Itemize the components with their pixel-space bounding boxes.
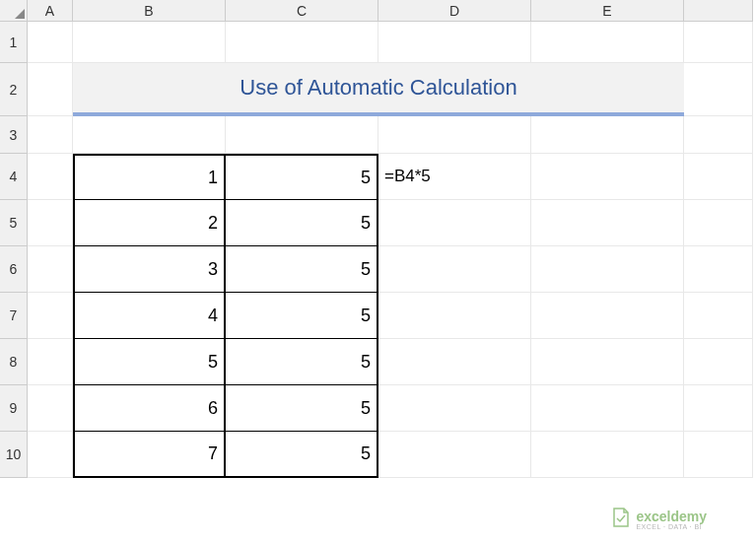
cell-e8[interactable] [531,339,684,385]
cell-d7[interactable] [378,293,531,339]
cell-d1[interactable] [378,22,531,63]
row-header-9[interactable]: 9 [0,385,28,432]
cell-a2[interactable] [28,63,73,116]
cell-c7[interactable]: 5 [226,293,378,339]
cell-e9[interactable] [531,385,684,432]
cell-e3[interactable] [531,116,684,154]
cell-e7[interactable] [531,293,684,339]
cell-b4[interactable]: 1 [73,154,226,200]
row-header-2[interactable]: 2 [0,63,28,116]
cell-e10[interactable] [531,432,684,478]
cell-e5[interactable] [531,200,684,246]
row-header-7[interactable]: 7 [0,293,28,339]
watermark-text: exceldemy EXCEL · DATA · BI [636,510,707,530]
cell-e1[interactable] [531,22,684,63]
cell-b7[interactable]: 4 [73,293,226,339]
cell-a6[interactable] [28,246,73,293]
cell-b3[interactable] [73,116,226,154]
cell-f3[interactable] [684,116,753,154]
select-all-corner[interactable] [0,0,28,22]
cell-e6[interactable] [531,246,684,293]
cell-a8[interactable] [28,339,73,385]
cell-f4[interactable] [684,154,753,200]
cell-b1[interactable] [73,22,226,63]
cell-f8[interactable] [684,339,753,385]
cell-c6[interactable]: 5 [226,246,378,293]
cell-d10[interactable] [378,432,531,478]
cell-f9[interactable] [684,385,753,432]
cell-f5[interactable] [684,200,753,246]
col-header-c[interactable]: C [226,0,378,22]
cell-a9[interactable] [28,385,73,432]
cell-a5[interactable] [28,200,73,246]
cell-b8[interactable]: 5 [73,339,226,385]
cell-e4[interactable] [531,154,684,200]
row-header-5[interactable]: 5 [0,200,28,246]
cell-f10[interactable] [684,432,753,478]
row-header-6[interactable]: 6 [0,246,28,293]
row-header-8[interactable]: 8 [0,339,28,385]
cell-f6[interactable] [684,246,753,293]
cell-f7[interactable] [684,293,753,339]
cell-b10[interactable]: 7 [73,432,226,478]
cell-b9[interactable]: 6 [73,385,226,432]
cell-a7[interactable] [28,293,73,339]
cell-d8[interactable] [378,339,531,385]
row-header-4[interactable]: 4 [0,154,28,200]
cell-f2[interactable] [684,63,753,116]
cell-d5[interactable] [378,200,531,246]
cell-b5[interactable]: 2 [73,200,226,246]
cell-b6[interactable]: 3 [73,246,226,293]
cell-c4[interactable]: 5 [226,154,378,200]
row-header-10[interactable]: 10 [0,432,28,478]
spreadsheet-grid: A B C D E 1 2 Use of Automatic Calculati… [0,0,756,478]
cell-c3[interactable] [226,116,378,154]
row-header-3[interactable]: 3 [0,116,28,154]
cell-d6[interactable] [378,246,531,293]
cell-a3[interactable] [28,116,73,154]
cell-d9[interactable] [378,385,531,432]
cell-f1[interactable] [684,22,753,63]
col-header-a[interactable]: A [28,0,73,22]
col-header-b[interactable]: B [73,0,226,22]
col-header-f[interactable] [684,0,753,22]
watermark: exceldemy EXCEL · DATA · BI [612,507,707,532]
title-cell[interactable]: Use of Automatic Calculation [73,63,684,116]
cell-d3[interactable] [378,116,531,154]
cell-c5[interactable]: 5 [226,200,378,246]
file-icon [612,507,630,532]
cell-c9[interactable]: 5 [226,385,378,432]
row-header-1[interactable]: 1 [0,22,28,63]
cell-a1[interactable] [28,22,73,63]
col-header-e[interactable]: E [531,0,684,22]
cell-c8[interactable]: 5 [226,339,378,385]
cell-c1[interactable] [226,22,378,63]
cell-a10[interactable] [28,432,73,478]
cell-d4-formula[interactable]: =B4*5 [378,154,531,200]
watermark-tagline: EXCEL · DATA · BI [636,523,707,530]
col-header-d[interactable]: D [378,0,531,22]
watermark-name: exceldemy [636,510,707,523]
cell-a4[interactable] [28,154,73,200]
cell-c10[interactable]: 5 [226,432,378,478]
